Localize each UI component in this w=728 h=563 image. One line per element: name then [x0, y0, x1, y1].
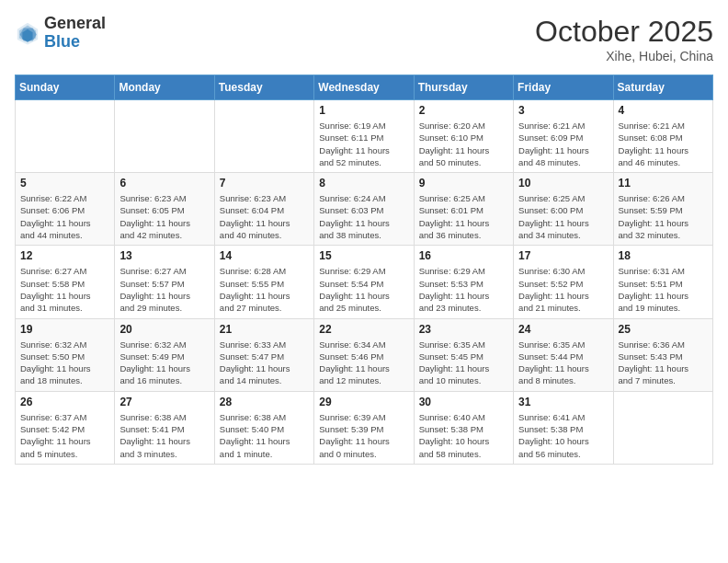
calendar-cell: 19Sunrise: 6:32 AM Sunset: 5:50 PM Dayli… [16, 318, 115, 391]
day-info: Sunrise: 6:36 AM Sunset: 5:43 PM Dayligh… [619, 339, 708, 387]
day-info: Sunrise: 6:25 AM Sunset: 6:00 PM Dayligh… [518, 192, 608, 241]
calendar-cell: 8Sunrise: 6:24 AM Sunset: 6:03 PM Daylig… [314, 173, 414, 246]
weekday-header-friday: Friday [514, 75, 613, 100]
day-number: 24 [518, 323, 608, 336]
calendar-cell: 4Sunrise: 6:21 AM Sunset: 6:08 PM Daylig… [613, 100, 712, 173]
day-info: Sunrise: 6:35 AM Sunset: 5:45 PM Dayligh… [419, 339, 508, 387]
calendar-week-row: 5Sunrise: 6:22 AM Sunset: 6:06 PM Daylig… [16, 173, 713, 246]
day-info: Sunrise: 6:32 AM Sunset: 5:50 PM Dayligh… [20, 339, 109, 387]
day-number: 19 [20, 323, 109, 336]
day-number: 22 [319, 323, 408, 336]
weekday-header-thursday: Thursday [414, 75, 513, 100]
day-number: 6 [119, 177, 209, 190]
day-info: Sunrise: 6:41 AM Sunset: 5:38 PM Dayligh… [518, 411, 608, 460]
calendar-cell: 30Sunrise: 6:40 AM Sunset: 5:38 PM Dayli… [414, 391, 513, 464]
calendar-cell: 20Sunrise: 6:32 AM Sunset: 5:49 PM Dayli… [115, 318, 214, 391]
day-number: 29 [319, 396, 408, 408]
day-number: 10 [518, 177, 608, 190]
day-number: 4 [619, 104, 708, 117]
calendar-cell: 31Sunrise: 6:41 AM Sunset: 5:38 PM Dayli… [514, 391, 613, 464]
day-info: Sunrise: 6:30 AM Sunset: 5:52 PM Dayligh… [518, 265, 608, 314]
day-info: Sunrise: 6:23 AM Sunset: 6:04 PM Dayligh… [220, 192, 309, 241]
calendar-cell: 3Sunrise: 6:21 AM Sunset: 6:09 PM Daylig… [514, 100, 613, 173]
calendar-cell: 10Sunrise: 6:25 AM Sunset: 6:00 PM Dayli… [514, 173, 613, 246]
day-number: 5 [20, 177, 109, 190]
weekday-header-monday: Monday [115, 75, 214, 100]
day-number: 3 [518, 104, 608, 117]
day-number: 15 [319, 249, 408, 262]
day-number: 31 [518, 396, 608, 408]
calendar-cell: 22Sunrise: 6:34 AM Sunset: 5:46 PM Dayli… [314, 318, 414, 391]
calendar-cell: 2Sunrise: 6:20 AM Sunset: 6:10 PM Daylig… [414, 100, 513, 173]
logo-icon [15, 20, 40, 46]
day-info: Sunrise: 6:29 AM Sunset: 5:53 PM Dayligh… [419, 265, 508, 314]
calendar-cell: 21Sunrise: 6:33 AM Sunset: 5:47 PM Dayli… [214, 318, 313, 391]
calendar-cell: 29Sunrise: 6:39 AM Sunset: 5:39 PM Dayli… [314, 391, 414, 464]
day-info: Sunrise: 6:25 AM Sunset: 6:01 PM Dayligh… [419, 192, 508, 241]
day-number: 28 [220, 396, 309, 408]
calendar-cell: 16Sunrise: 6:29 AM Sunset: 5:53 PM Dayli… [414, 246, 513, 318]
day-info: Sunrise: 6:21 AM Sunset: 6:08 PM Dayligh… [619, 120, 708, 168]
calendar-cell: 11Sunrise: 6:26 AM Sunset: 5:59 PM Dayli… [613, 173, 712, 246]
day-info: Sunrise: 6:23 AM Sunset: 6:05 PM Dayligh… [119, 192, 209, 241]
day-number: 27 [119, 396, 209, 408]
weekday-header-sunday: Sunday [16, 75, 115, 100]
calendar-cell: 14Sunrise: 6:28 AM Sunset: 5:55 PM Dayli… [214, 246, 313, 318]
logo-text: General Blue [44, 15, 106, 52]
calendar-cell [613, 391, 712, 464]
calendar-cell [214, 100, 313, 173]
day-info: Sunrise: 6:33 AM Sunset: 5:47 PM Dayligh… [220, 339, 309, 387]
day-number: 23 [419, 323, 508, 336]
calendar-cell: 6Sunrise: 6:23 AM Sunset: 6:05 PM Daylig… [115, 173, 214, 246]
day-number: 13 [119, 249, 209, 262]
calendar-cell: 1Sunrise: 6:19 AM Sunset: 6:11 PM Daylig… [314, 100, 414, 173]
calendar-cell: 23Sunrise: 6:35 AM Sunset: 5:45 PM Dayli… [414, 318, 513, 391]
location-title: Xihe, Hubei, China [535, 49, 713, 63]
calendar-cell: 7Sunrise: 6:23 AM Sunset: 6:04 PM Daylig… [214, 173, 313, 246]
weekday-header-saturday: Saturday [613, 75, 712, 100]
day-info: Sunrise: 6:40 AM Sunset: 5:38 PM Dayligh… [419, 411, 508, 460]
day-info: Sunrise: 6:27 AM Sunset: 5:57 PM Dayligh… [119, 265, 209, 314]
day-info: Sunrise: 6:24 AM Sunset: 6:03 PM Dayligh… [319, 192, 408, 241]
calendar-cell: 9Sunrise: 6:25 AM Sunset: 6:01 PM Daylig… [414, 173, 513, 246]
day-info: Sunrise: 6:32 AM Sunset: 5:49 PM Dayligh… [119, 339, 209, 387]
day-info: Sunrise: 6:26 AM Sunset: 5:59 PM Dayligh… [619, 192, 708, 241]
calendar-week-row: 26Sunrise: 6:37 AM Sunset: 5:42 PM Dayli… [16, 391, 713, 464]
day-info: Sunrise: 6:37 AM Sunset: 5:42 PM Dayligh… [20, 411, 109, 460]
calendar-cell: 28Sunrise: 6:38 AM Sunset: 5:40 PM Dayli… [214, 391, 313, 464]
day-info: Sunrise: 6:19 AM Sunset: 6:11 PM Dayligh… [319, 120, 408, 168]
day-info: Sunrise: 6:21 AM Sunset: 6:09 PM Dayligh… [518, 120, 608, 168]
logo: General Blue [15, 15, 106, 52]
day-number: 12 [20, 249, 109, 262]
page-header: General Blue October 2025 Xihe, Hubei, C… [15, 15, 713, 63]
calendar-cell: 15Sunrise: 6:29 AM Sunset: 5:54 PM Dayli… [314, 246, 414, 318]
calendar-cell: 17Sunrise: 6:30 AM Sunset: 5:52 PM Dayli… [514, 246, 613, 318]
day-info: Sunrise: 6:27 AM Sunset: 5:58 PM Dayligh… [20, 265, 109, 314]
calendar-cell: 12Sunrise: 6:27 AM Sunset: 5:58 PM Dayli… [16, 246, 115, 318]
day-info: Sunrise: 6:35 AM Sunset: 5:44 PM Dayligh… [518, 339, 608, 387]
calendar-cell: 24Sunrise: 6:35 AM Sunset: 5:44 PM Dayli… [514, 318, 613, 391]
calendar-table: SundayMondayTuesdayWednesdayThursdayFrid… [15, 75, 713, 465]
calendar-cell: 25Sunrise: 6:36 AM Sunset: 5:43 PM Dayli… [613, 318, 712, 391]
day-info: Sunrise: 6:31 AM Sunset: 5:51 PM Dayligh… [619, 265, 708, 314]
calendar-cell [16, 100, 115, 173]
day-number: 1 [319, 104, 408, 117]
day-number: 21 [220, 323, 309, 336]
day-number: 2 [419, 104, 508, 117]
calendar-cell [115, 100, 214, 173]
calendar-cell: 13Sunrise: 6:27 AM Sunset: 5:57 PM Dayli… [115, 246, 214, 318]
calendar-week-row: 1Sunrise: 6:19 AM Sunset: 6:11 PM Daylig… [16, 100, 713, 173]
calendar-cell: 27Sunrise: 6:38 AM Sunset: 5:41 PM Dayli… [115, 391, 214, 464]
day-number: 30 [419, 396, 508, 408]
weekday-header-row: SundayMondayTuesdayWednesdayThursdayFrid… [16, 75, 713, 100]
weekday-header-wednesday: Wednesday [314, 75, 414, 100]
calendar-cell: 5Sunrise: 6:22 AM Sunset: 6:06 PM Daylig… [16, 173, 115, 246]
day-number: 8 [319, 177, 408, 190]
calendar-cell: 18Sunrise: 6:31 AM Sunset: 5:51 PM Dayli… [613, 246, 712, 318]
day-info: Sunrise: 6:39 AM Sunset: 5:39 PM Dayligh… [319, 411, 408, 460]
day-info: Sunrise: 6:22 AM Sunset: 6:06 PM Dayligh… [20, 192, 109, 241]
day-info: Sunrise: 6:38 AM Sunset: 5:40 PM Dayligh… [220, 411, 309, 460]
day-number: 26 [20, 396, 109, 408]
day-number: 25 [619, 323, 708, 336]
day-info: Sunrise: 6:28 AM Sunset: 5:55 PM Dayligh… [220, 265, 309, 314]
